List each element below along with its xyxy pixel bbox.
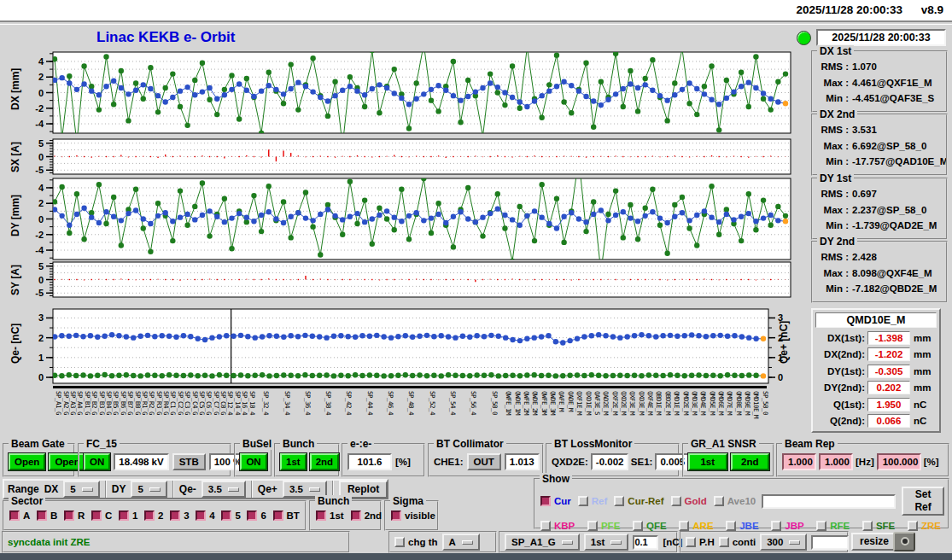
beam-rep-readout-1: 1.000 bbox=[782, 453, 816, 470]
threshold-panel: chg th A bbox=[388, 531, 497, 553]
checkbox-icon bbox=[196, 510, 206, 521]
bpm-tick-label: QBD2E_M bbox=[665, 391, 671, 415]
show-are-checkbox[interactable]: ARE bbox=[679, 521, 713, 531]
resize-button[interactable]: resize bbox=[851, 533, 897, 551]
threshold-mode-select[interactable]: A bbox=[442, 534, 480, 551]
checkbox-label: Cur bbox=[554, 496, 571, 506]
beam-gate-open-button-1[interactable]: Open bbox=[9, 453, 45, 470]
reference-file-input[interactable] bbox=[762, 494, 896, 509]
sector-1-checkbox[interactable]: 1 bbox=[119, 510, 137, 521]
che1-out-button[interactable]: OUT bbox=[467, 453, 501, 470]
checkbox-label: BT bbox=[287, 510, 300, 521]
sector-6-checkbox[interactable]: 6 bbox=[247, 510, 266, 521]
selected-bpm-name[interactable]: QMD10E_M bbox=[815, 312, 937, 328]
beam-rep-percent-readout: 100.000 bbox=[877, 453, 921, 470]
checkbox-label: KBP bbox=[554, 521, 575, 531]
bunch-2nd-button[interactable]: 2nd bbox=[310, 453, 339, 470]
points-select[interactable]: 300 bbox=[760, 534, 807, 551]
fc15-on-button[interactable]: ON bbox=[84, 453, 110, 470]
range-qem-select[interactable]: 3.5 bbox=[201, 481, 246, 498]
show-jbe-checkbox[interactable]: JBE bbox=[726, 521, 758, 531]
bpm-tick-label: QXD2E_M bbox=[621, 391, 627, 415]
sector-a-checkbox[interactable]: A bbox=[9, 510, 30, 521]
checkbox-label: 2 bbox=[158, 510, 163, 521]
show-cur-checkbox[interactable]: Cur bbox=[540, 496, 571, 506]
show-sfe-checkbox[interactable]: SFE bbox=[862, 521, 895, 531]
checkbox-label: JBP bbox=[785, 521, 803, 531]
checkbox-icon bbox=[247, 510, 257, 521]
show-pfe-checkbox[interactable]: PFE bbox=[587, 521, 620, 531]
show-gold-checkbox[interactable]: Gold bbox=[671, 496, 707, 506]
bpm-tick-label: SP_B1_G bbox=[85, 391, 91, 415]
dx-axis-label: DX [mm] bbox=[9, 76, 21, 110]
bunch-select[interactable]: 1st bbox=[584, 534, 629, 551]
checkbox-label: 2nd bbox=[365, 510, 382, 521]
bpm-tick-label: QMD8E_M bbox=[736, 391, 742, 415]
bpm-tick-label: SP_14_4 bbox=[235, 391, 241, 415]
monitor-row: DY(2nd):0.202mm bbox=[815, 380, 937, 397]
svg-text:4: 4 bbox=[38, 183, 44, 193]
sector-c-checkbox[interactable]: C bbox=[91, 510, 112, 521]
bunch-2nd-checkbox[interactable]: 2nd bbox=[351, 510, 382, 521]
show-group: Show CurRefCur-RefGoldAve10 Set Ref KBPP… bbox=[534, 478, 949, 529]
svg-text:2: 2 bbox=[38, 72, 44, 82]
option-dash-icon bbox=[789, 540, 800, 545]
sector-2-checkbox[interactable]: 2 bbox=[144, 510, 163, 521]
camera-snapshot-button[interactable] bbox=[893, 532, 915, 551]
svg-text:0: 0 bbox=[778, 372, 783, 382]
status-message: syncdata init ZRE bbox=[8, 537, 91, 547]
show-rfe-checkbox[interactable]: RFE bbox=[816, 521, 850, 531]
checkbox-label: SFE bbox=[876, 521, 895, 531]
sector-r-checkbox[interactable]: R bbox=[64, 510, 85, 521]
qe-minus-axis-label: Qe- [nC] bbox=[9, 330, 21, 364]
show-jbp-checkbox[interactable]: JBP bbox=[771, 521, 803, 531]
e-ratio-group: e-:e- 101.6 [%] bbox=[342, 443, 425, 477]
snsr-1st-button[interactable]: 1st bbox=[688, 453, 727, 470]
dx-orbit-chart[interactable]: 420-2-4 bbox=[24, 51, 803, 134]
set-ref-button[interactable]: Set Ref bbox=[902, 487, 944, 516]
fc15-stb-button[interactable]: STB bbox=[172, 453, 206, 470]
sy-steering-chart[interactable]: 50-5 bbox=[24, 261, 803, 298]
snsr-2nd-button[interactable]: 2nd bbox=[731, 453, 770, 470]
busel-on-button[interactable]: ON bbox=[240, 453, 267, 470]
sigma-visible-checkbox[interactable]: visible bbox=[391, 510, 435, 521]
show-qfe-checkbox[interactable]: QFE bbox=[633, 521, 667, 531]
chg-th-checkbox[interactable]: chg th bbox=[394, 537, 438, 547]
show-kbp-checkbox[interactable]: KBP bbox=[540, 521, 575, 531]
spare-input[interactable] bbox=[811, 535, 849, 550]
range-dx-select[interactable]: 5 bbox=[63, 481, 99, 498]
checkbox-label: Gold bbox=[685, 496, 707, 506]
bunch-1st-button[interactable]: 1st bbox=[280, 453, 307, 470]
sector-bt-checkbox[interactable]: BT bbox=[273, 510, 300, 521]
threshold-value-input[interactable] bbox=[633, 535, 658, 550]
checkbox-icon bbox=[726, 521, 736, 531]
show-zre-checkbox[interactable]: ZRE bbox=[908, 521, 941, 531]
bpm-tick-label: SP_44_4 bbox=[367, 391, 373, 415]
bpm-tick-label: SP_56_4 bbox=[470, 391, 476, 415]
bpm-select[interactable]: SP_A1_G bbox=[505, 534, 580, 551]
bpm-tick-label: SP_B8_G bbox=[135, 391, 141, 415]
bunch-1st-checkbox[interactable]: 1st bbox=[316, 510, 344, 521]
charge-chart[interactable]: 33221100 bbox=[24, 308, 803, 384]
checkbox-label: 5 bbox=[235, 510, 240, 521]
sx-steering-chart[interactable]: 50-5 bbox=[24, 138, 803, 175]
sector-b-checkbox[interactable]: B bbox=[37, 510, 57, 521]
stat-row: Max :8.098@QXF4E_M bbox=[813, 265, 946, 282]
show-cur-ref-checkbox[interactable]: Cur-Ref bbox=[614, 496, 663, 506]
checkbox-icon bbox=[614, 496, 624, 506]
dy-orbit-chart[interactable]: 420-2-4 bbox=[24, 178, 803, 260]
alive-indicator bbox=[797, 31, 811, 45]
ph-checkbox[interactable]: P.H bbox=[686, 537, 715, 547]
option-dash-icon bbox=[462, 540, 473, 545]
sector-group: Sector ABRC123456BT bbox=[3, 500, 307, 531]
bpm-tick-label: QAD2E_M bbox=[603, 391, 609, 415]
show-ave10-checkbox[interactable]: Ave10 bbox=[714, 496, 756, 506]
conti-checkbox[interactable]: conti bbox=[719, 537, 756, 547]
show-ref-checkbox[interactable]: Ref bbox=[578, 496, 608, 506]
svg-text:-5: -5 bbox=[35, 165, 44, 175]
sector-5-checkbox[interactable]: 5 bbox=[221, 510, 240, 521]
sector-4-checkbox[interactable]: 4 bbox=[196, 510, 214, 521]
range-dy-select[interactable]: 5 bbox=[131, 481, 166, 498]
checkbox-label: Ave10 bbox=[727, 496, 756, 506]
sector-3-checkbox[interactable]: 3 bbox=[170, 510, 189, 521]
